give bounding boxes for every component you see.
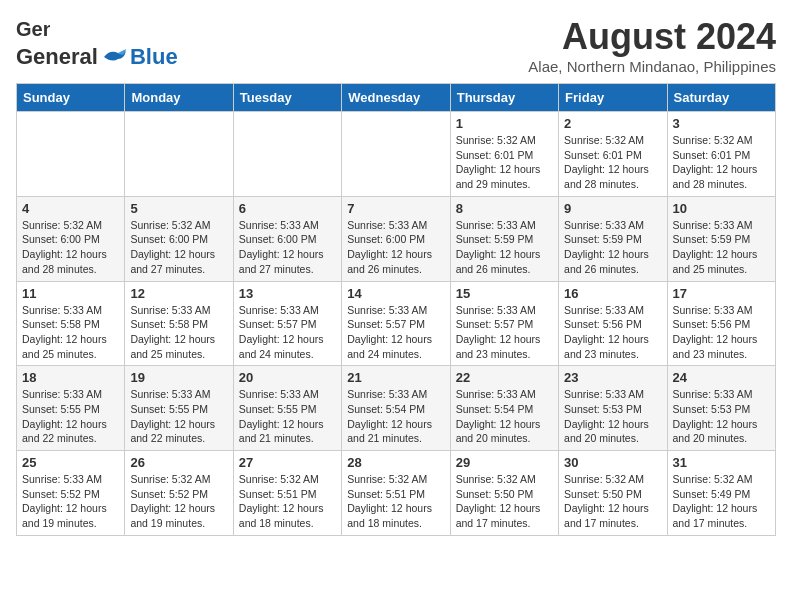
day-info: Sunrise: 5:32 AMSunset: 6:01 PMDaylight:… [456,133,553,192]
calendar-cell: 25Sunrise: 5:33 AMSunset: 5:52 PMDayligh… [17,451,125,536]
day-info: Sunrise: 5:32 AMSunset: 5:51 PMDaylight:… [347,472,444,531]
day-info: Sunrise: 5:33 AMSunset: 5:52 PMDaylight:… [22,472,119,531]
calendar-table: SundayMondayTuesdayWednesdayThursdayFrid… [16,83,776,536]
day-info: Sunrise: 5:32 AMSunset: 5:50 PMDaylight:… [564,472,661,531]
calendar-cell: 6Sunrise: 5:33 AMSunset: 6:00 PMDaylight… [233,196,341,281]
day-number: 21 [347,370,444,385]
day-info: Sunrise: 5:33 AMSunset: 5:53 PMDaylight:… [673,387,770,446]
day-info: Sunrise: 5:32 AMSunset: 6:00 PMDaylight:… [130,218,227,277]
header-tuesday: Tuesday [233,84,341,112]
day-number: 15 [456,286,553,301]
logo-general: General [16,44,98,70]
day-number: 13 [239,286,336,301]
calendar-header-row: SundayMondayTuesdayWednesdayThursdayFrid… [17,84,776,112]
calendar-cell: 29Sunrise: 5:32 AMSunset: 5:50 PMDayligh… [450,451,558,536]
calendar-cell: 28Sunrise: 5:32 AMSunset: 5:51 PMDayligh… [342,451,450,536]
day-number: 9 [564,201,661,216]
bird-icon [100,47,128,67]
day-info: Sunrise: 5:33 AMSunset: 5:57 PMDaylight:… [347,303,444,362]
calendar-cell: 3Sunrise: 5:32 AMSunset: 6:01 PMDaylight… [667,112,775,197]
logo: General General Blue [16,16,178,70]
calendar-cell: 10Sunrise: 5:33 AMSunset: 5:59 PMDayligh… [667,196,775,281]
day-number: 28 [347,455,444,470]
calendar-cell: 21Sunrise: 5:33 AMSunset: 5:54 PMDayligh… [342,366,450,451]
calendar-cell: 24Sunrise: 5:33 AMSunset: 5:53 PMDayligh… [667,366,775,451]
day-info: Sunrise: 5:33 AMSunset: 5:58 PMDaylight:… [22,303,119,362]
calendar-cell: 19Sunrise: 5:33 AMSunset: 5:55 PMDayligh… [125,366,233,451]
day-info: Sunrise: 5:33 AMSunset: 5:56 PMDaylight:… [564,303,661,362]
day-number: 31 [673,455,770,470]
calendar-week-5: 25Sunrise: 5:33 AMSunset: 5:52 PMDayligh… [17,451,776,536]
calendar-cell: 31Sunrise: 5:32 AMSunset: 5:49 PMDayligh… [667,451,775,536]
day-info: Sunrise: 5:33 AMSunset: 5:57 PMDaylight:… [456,303,553,362]
day-info: Sunrise: 5:33 AMSunset: 5:55 PMDaylight:… [239,387,336,446]
calendar-cell: 11Sunrise: 5:33 AMSunset: 5:58 PMDayligh… [17,281,125,366]
calendar-cell: 22Sunrise: 5:33 AMSunset: 5:54 PMDayligh… [450,366,558,451]
calendar-cell: 8Sunrise: 5:33 AMSunset: 5:59 PMDaylight… [450,196,558,281]
day-info: Sunrise: 5:33 AMSunset: 5:59 PMDaylight:… [456,218,553,277]
header-monday: Monday [125,84,233,112]
calendar-cell: 16Sunrise: 5:33 AMSunset: 5:56 PMDayligh… [559,281,667,366]
calendar-cell: 4Sunrise: 5:32 AMSunset: 6:00 PMDaylight… [17,196,125,281]
day-number: 27 [239,455,336,470]
day-info: Sunrise: 5:33 AMSunset: 5:53 PMDaylight:… [564,387,661,446]
day-number: 2 [564,116,661,131]
day-info: Sunrise: 5:33 AMSunset: 5:55 PMDaylight:… [22,387,119,446]
day-info: Sunrise: 5:33 AMSunset: 6:00 PMDaylight:… [347,218,444,277]
logo-blue: Blue [130,44,178,70]
calendar-cell: 30Sunrise: 5:32 AMSunset: 5:50 PMDayligh… [559,451,667,536]
day-number: 14 [347,286,444,301]
calendar-cell: 17Sunrise: 5:33 AMSunset: 5:56 PMDayligh… [667,281,775,366]
day-number: 29 [456,455,553,470]
calendar-cell: 15Sunrise: 5:33 AMSunset: 5:57 PMDayligh… [450,281,558,366]
calendar-cell: 9Sunrise: 5:33 AMSunset: 5:59 PMDaylight… [559,196,667,281]
day-info: Sunrise: 5:32 AMSunset: 6:01 PMDaylight:… [673,133,770,192]
day-info: Sunrise: 5:33 AMSunset: 5:54 PMDaylight:… [347,387,444,446]
subtitle: Alae, Northern Mindanao, Philippines [528,58,776,75]
calendar-cell: 26Sunrise: 5:32 AMSunset: 5:52 PMDayligh… [125,451,233,536]
main-title: August 2024 [528,16,776,58]
day-info: Sunrise: 5:32 AMSunset: 5:52 PMDaylight:… [130,472,227,531]
day-number: 1 [456,116,553,131]
calendar-cell: 12Sunrise: 5:33 AMSunset: 5:58 PMDayligh… [125,281,233,366]
day-info: Sunrise: 5:33 AMSunset: 5:58 PMDaylight:… [130,303,227,362]
day-number: 11 [22,286,119,301]
calendar-week-1: 1Sunrise: 5:32 AMSunset: 6:01 PMDaylight… [17,112,776,197]
day-number: 19 [130,370,227,385]
calendar-cell: 13Sunrise: 5:33 AMSunset: 5:57 PMDayligh… [233,281,341,366]
logo-bird-icon: General [16,16,50,44]
calendar-cell: 27Sunrise: 5:32 AMSunset: 5:51 PMDayligh… [233,451,341,536]
day-number: 8 [456,201,553,216]
calendar-cell: 1Sunrise: 5:32 AMSunset: 6:01 PMDaylight… [450,112,558,197]
header-saturday: Saturday [667,84,775,112]
day-info: Sunrise: 5:32 AMSunset: 6:00 PMDaylight:… [22,218,119,277]
day-info: Sunrise: 5:32 AMSunset: 6:01 PMDaylight:… [564,133,661,192]
header-wednesday: Wednesday [342,84,450,112]
page-header: General General Blue August 2024 Alae, N… [16,16,776,75]
day-info: Sunrise: 5:33 AMSunset: 5:54 PMDaylight:… [456,387,553,446]
day-number: 12 [130,286,227,301]
day-info: Sunrise: 5:33 AMSunset: 6:00 PMDaylight:… [239,218,336,277]
day-number: 23 [564,370,661,385]
day-number: 17 [673,286,770,301]
day-number: 6 [239,201,336,216]
svg-text:General: General [16,18,50,40]
calendar-cell: 5Sunrise: 5:32 AMSunset: 6:00 PMDaylight… [125,196,233,281]
day-number: 22 [456,370,553,385]
day-number: 4 [22,201,119,216]
day-info: Sunrise: 5:32 AMSunset: 5:49 PMDaylight:… [673,472,770,531]
header-thursday: Thursday [450,84,558,112]
day-number: 20 [239,370,336,385]
calendar-cell [17,112,125,197]
day-number: 16 [564,286,661,301]
calendar-cell: 23Sunrise: 5:33 AMSunset: 5:53 PMDayligh… [559,366,667,451]
day-number: 24 [673,370,770,385]
calendar-cell [125,112,233,197]
calendar-cell: 7Sunrise: 5:33 AMSunset: 6:00 PMDaylight… [342,196,450,281]
header-sunday: Sunday [17,84,125,112]
calendar-cell: 14Sunrise: 5:33 AMSunset: 5:57 PMDayligh… [342,281,450,366]
calendar-week-3: 11Sunrise: 5:33 AMSunset: 5:58 PMDayligh… [17,281,776,366]
day-info: Sunrise: 5:33 AMSunset: 5:55 PMDaylight:… [130,387,227,446]
day-number: 7 [347,201,444,216]
calendar-week-4: 18Sunrise: 5:33 AMSunset: 5:55 PMDayligh… [17,366,776,451]
